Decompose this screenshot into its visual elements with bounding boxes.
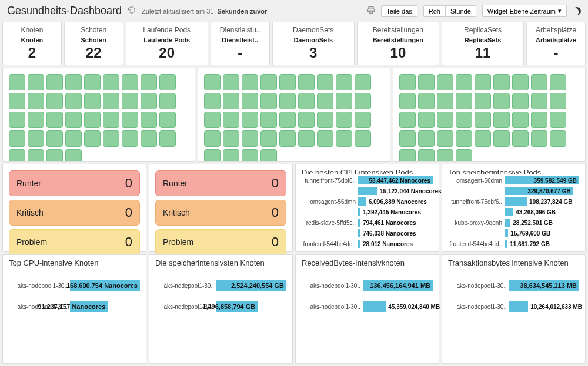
status-cell[interactable]: [399, 112, 416, 128]
status-cell[interactable]: [141, 74, 157, 90]
status-cell[interactable]: [399, 74, 416, 90]
tile-laufende-pods[interactable]: Laufende Pods Laufende Pods 20: [126, 22, 208, 65]
status-cell[interactable]: [103, 130, 119, 147]
top-mem-pods-card[interactable]: Top speicherintensive Pods omsagent-56dm…: [442, 164, 586, 252]
status-cell[interactable]: [475, 93, 491, 109]
status-cell[interactable]: [159, 93, 176, 109]
trouble-box[interactable]: Problem0: [9, 229, 140, 255]
status-cell[interactable]: [418, 149, 435, 162]
top-cpu-nodes-card[interactable]: Top CPU-intensive Knoten aks-nodepool1-3…: [2, 254, 146, 364]
status-cell[interactable]: [28, 149, 44, 162]
status-cell[interactable]: [493, 112, 510, 128]
status-cell[interactable]: [260, 93, 277, 109]
status-cell[interactable]: [28, 112, 44, 128]
status-cell[interactable]: [437, 74, 453, 90]
critical-box[interactable]: Kritisch0: [9, 200, 140, 226]
bar-item[interactable]: aks-nodepool1-30..2,524,240,554 GB: [155, 280, 286, 291]
status-cell[interactable]: [550, 74, 566, 90]
status-cell[interactable]: [84, 93, 101, 109]
bar-item[interactable]: 43,268,096 GB: [448, 208, 579, 216]
status-cell[interactable]: [475, 130, 491, 147]
tile-bereitstellungen[interactable]: Bereitstellungen Bereitstellungen 10: [357, 22, 439, 65]
status-cell[interactable]: [456, 130, 472, 147]
status-cell[interactable]: [437, 130, 453, 147]
bar-item[interactable]: kube-proxy-9qgnh28,252,501 GB: [448, 219, 579, 227]
status-cell[interactable]: [475, 74, 491, 90]
status-cell[interactable]: [84, 112, 101, 128]
bar-item[interactable]: omsagent-56dmn6,096,889 Nanocores: [302, 197, 433, 206]
bar-item[interactable]: 329,870,677 GB: [448, 187, 579, 195]
critical-box[interactable]: Kritisch0: [155, 200, 286, 226]
status-cell[interactable]: [28, 74, 44, 90]
status-cell[interactable]: [355, 74, 371, 90]
status-cell[interactable]: [418, 130, 435, 147]
bar-item[interactable]: aks-nodepool1-30..10,264,012,633 MB: [448, 301, 579, 312]
status-cell[interactable]: [456, 93, 472, 109]
status-cell[interactable]: [493, 93, 510, 109]
status-cell[interactable]: [9, 112, 25, 128]
bar-item[interactable]: aks-nodepool1-30..136,456,164,941 MB: [302, 280, 433, 291]
rx-nodes-card[interactable]: ReceivedBytes-Intensivknoten aks-nodepoo…: [295, 254, 439, 364]
status-cell[interactable]: [531, 130, 547, 147]
status-cell[interactable]: [512, 74, 529, 90]
down-box[interactable]: Runter0: [155, 170, 286, 196]
bar-item[interactable]: frontend-544bc4dd..28,012 Nanocores: [302, 240, 433, 248]
status-cell[interactable]: [65, 93, 82, 109]
status-cell[interactable]: [223, 130, 239, 147]
status-cell[interactable]: [336, 130, 352, 147]
status-cell[interactable]: [456, 112, 472, 128]
bar-item[interactable]: redis-slave-5ffd5c..794,461 Nanocores: [302, 219, 433, 227]
status-cell[interactable]: [223, 112, 239, 128]
node-status-card[interactable]: Aktueller Knotenstatus Live: [2, 68, 195, 162]
status-cell[interactable]: [317, 74, 333, 90]
status-cell[interactable]: [159, 130, 176, 147]
status-cell[interactable]: [159, 112, 176, 128]
status-cell[interactable]: [279, 112, 296, 128]
bar-item[interactable]: 15,769,600 GB: [448, 229, 579, 237]
status-cell[interactable]: [242, 149, 258, 162]
status-cell[interactable]: [317, 93, 333, 109]
problem-nodes-card[interactable]: Problematische Knoten Live Runter0 Kriti…: [2, 164, 146, 252]
status-cell[interactable]: [475, 112, 491, 128]
status-cell[interactable]: [122, 112, 138, 128]
tile-replicasets[interactable]: ReplicaSets ReplicaSets 11: [442, 22, 524, 65]
top-cpu-pods-card[interactable]: Die besten CPU-intensiven Pods tunnelfro…: [295, 164, 439, 252]
status-cell[interactable]: [399, 149, 416, 162]
trouble-box[interactable]: Problem0: [155, 229, 286, 255]
status-cell[interactable]: [28, 130, 44, 147]
status-cell[interactable]: [279, 130, 296, 147]
status-cell[interactable]: [317, 130, 333, 147]
status-cell[interactable]: [204, 130, 220, 147]
status-cell[interactable]: [298, 74, 315, 90]
status-cell[interactable]: [355, 112, 371, 128]
status-cell[interactable]: [260, 149, 277, 162]
status-cell[interactable]: [204, 149, 220, 162]
status-cell[interactable]: [512, 93, 529, 109]
bar-item[interactable]: aks-nodepool1-30..168,600,754 Nanocores: [9, 280, 140, 291]
status-cell[interactable]: [355, 93, 371, 109]
status-cell[interactable]: [122, 93, 138, 109]
status-cell[interactable]: [84, 130, 101, 147]
status-cell[interactable]: [493, 130, 510, 147]
status-cell[interactable]: [260, 74, 277, 90]
tile-daemonsets[interactable]: DaemonSets DaemonSets 3: [272, 22, 355, 65]
bar-item[interactable]: tunnelfront-75dbf6..108,237,824 GB: [448, 197, 579, 206]
status-cell[interactable]: [298, 112, 315, 128]
hour-button[interactable]: Stunde: [445, 5, 476, 17]
status-cell[interactable]: [223, 93, 239, 109]
pod-status-card[interactable]: Aktueller Pod-Status Live: [198, 68, 390, 162]
status-cell[interactable]: [317, 112, 333, 128]
status-cell[interactable]: [512, 112, 529, 128]
status-cell[interactable]: [46, 149, 63, 162]
status-cell[interactable]: [9, 149, 25, 162]
status-cell[interactable]: [141, 130, 157, 147]
top-mem-nodes-card[interactable]: Die speicherintensivsten Knoten aks-node…: [149, 254, 293, 364]
status-cell[interactable]: [46, 112, 63, 128]
status-cell[interactable]: [279, 74, 296, 90]
status-cell[interactable]: [122, 74, 138, 90]
status-cell[interactable]: [336, 74, 352, 90]
status-cell[interactable]: [103, 112, 119, 128]
bar-item[interactable]: aks-nodepool1-30..91,237,157 Nanocores: [9, 301, 140, 312]
status-cell[interactable]: [65, 74, 82, 90]
service-status-card[interactable]: Aktueller Servicestatus Live: [393, 68, 586, 162]
